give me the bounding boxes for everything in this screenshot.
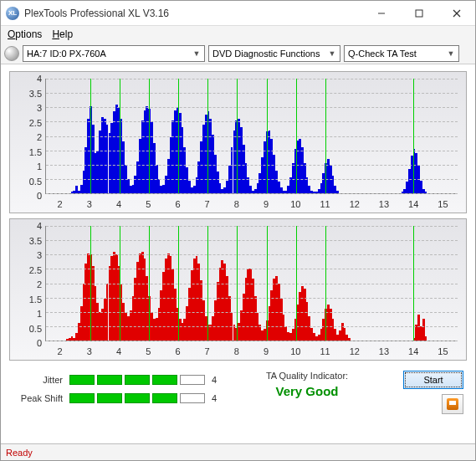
- peakshift-bars: [69, 393, 205, 403]
- menu-help[interactable]: Help: [52, 28, 73, 40]
- menubar: Options Help: [1, 26, 475, 43]
- statusbar: Ready: [1, 443, 475, 460]
- quality-indicator: TA Quality Indicator: Very Good: [231, 371, 383, 414]
- chevron-down-icon: ▼: [445, 49, 457, 58]
- category-select[interactable]: DVD Diagnostic Functions ▼: [208, 45, 340, 62]
- jitter-bars: [69, 375, 205, 385]
- metric-peakshift: Peak Shift 4: [11, 389, 224, 407]
- category-select-value: DVD Diagnostic Functions: [212, 49, 326, 59]
- actions: Start: [390, 371, 465, 414]
- close-button[interactable]: [438, 1, 475, 25]
- bottom-panel: Jitter 4 Peak Shift 4 TA Quality Indicat…: [9, 366, 467, 416]
- test-select-value: Q-Check TA Test: [348, 49, 445, 59]
- chart-top: 00.511.522.533.5423456789101112131415: [9, 71, 467, 213]
- chevron-down-icon: ▼: [191, 49, 202, 58]
- jitter-label: Jitter: [11, 375, 69, 385]
- maximize-button[interactable]: [400, 1, 438, 25]
- minimize-button[interactable]: [362, 1, 400, 25]
- main-panel: 00.511.522.533.5423456789101112131415 00…: [1, 64, 475, 419]
- device-select-value: HA:7 ID:0 PX-760A: [27, 49, 191, 59]
- test-select[interactable]: Q-Check TA Test ▼: [344, 45, 459, 62]
- window-title: PlexTools Professional XL V3.16: [24, 8, 169, 19]
- peakshift-value: 4: [212, 393, 217, 403]
- peakshift-label: Peak Shift: [11, 393, 69, 403]
- metric-jitter: Jitter 4: [11, 371, 224, 389]
- disc-icon: [4, 46, 19, 61]
- jitter-value: 4: [212, 375, 217, 385]
- menu-options[interactable]: Options: [8, 28, 42, 40]
- app-icon: XL: [6, 7, 19, 20]
- save-results-button[interactable]: [442, 394, 463, 414]
- titlebar: XL PlexTools Professional XL V3.16: [1, 1, 475, 26]
- chevron-down-icon: ▼: [326, 49, 338, 58]
- save-icon: [447, 398, 458, 410]
- device-select[interactable]: HA:7 ID:0 PX-760A ▼: [23, 45, 205, 62]
- svg-rect-1: [416, 10, 422, 17]
- quality-label: TA Quality Indicator:: [231, 371, 383, 381]
- metrics: Jitter 4 Peak Shift 4: [11, 371, 224, 414]
- toolbar: HA:7 ID:0 PX-760A ▼ DVD Diagnostic Funct…: [1, 43, 475, 64]
- start-button[interactable]: Start: [403, 371, 463, 389]
- quality-value: Very Good: [231, 384, 383, 398]
- status-text: Ready: [6, 448, 33, 458]
- chart-bottom: 00.511.522.533.5423456789101112131415: [9, 218, 467, 361]
